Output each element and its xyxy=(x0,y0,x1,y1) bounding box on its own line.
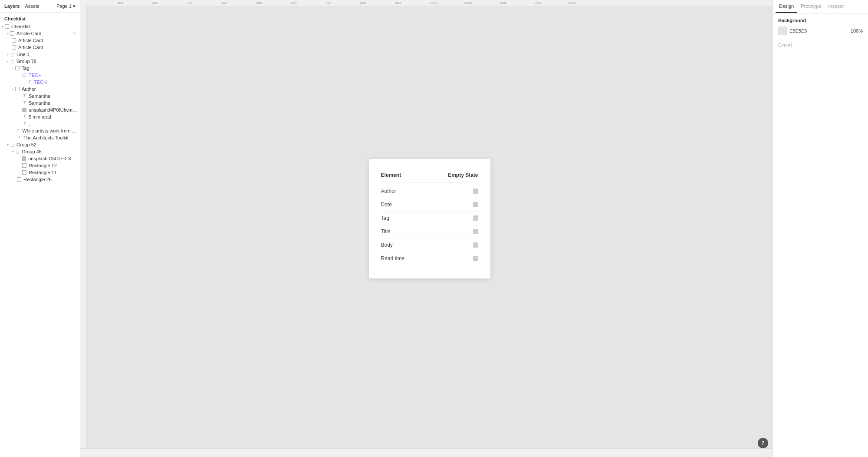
left-panel-header: Layers Assets Page 1 ▾ xyxy=(0,0,80,13)
layer-label: Rectangle 12 xyxy=(29,163,57,168)
checklist-row-date-row[interactable]: Date xyxy=(381,198,478,212)
export-title: Export xyxy=(778,42,792,47)
right-panel-body: Background E5E5E5 100% Export xyxy=(773,13,868,52)
ruler-tick-600: 600 xyxy=(291,1,296,5)
row-checkbox-author-row[interactable] xyxy=(473,189,478,194)
layer-label: unsplash:C5OLHLiKEWM xyxy=(28,156,78,161)
layer-item-while-artists[interactable]: T While artists work from real to the ab… xyxy=(0,127,80,134)
layer-item-samantha-1[interactable]: T Samantha xyxy=(0,93,80,99)
checklist-row-author-row[interactable]: Author xyxy=(381,185,478,198)
layer-item-dot[interactable]: T . xyxy=(0,120,80,127)
layer-label: Article Card xyxy=(18,38,43,43)
layer-label: Checklist xyxy=(11,24,31,29)
tab-group: Layers Assets xyxy=(4,3,39,10)
checklist-row-tag-row[interactable]: Tag xyxy=(381,212,478,225)
row-checkbox-date-row[interactable] xyxy=(473,202,478,207)
layer-label: The Architects Toolkit xyxy=(23,135,69,140)
layer-item-article-card-2[interactable]: Article Card xyxy=(0,37,80,44)
ruler-tick-400: 400 xyxy=(221,1,227,5)
layer-item-rect-11[interactable]: Rectangle 11 xyxy=(0,169,80,176)
row-label-tag-row: Tag xyxy=(381,215,389,221)
help-button[interactable]: ? xyxy=(758,438,768,448)
layer-label: 5 min read xyxy=(29,114,51,119)
right-panel: Design Prototype Inspect Background E5E5… xyxy=(773,0,868,457)
layer-label: Rectangle 11 xyxy=(29,170,57,175)
panel-title: Checklist xyxy=(0,13,80,23)
layer-label: Samantha xyxy=(29,93,50,99)
ruler-tick-1200: 1200 xyxy=(499,1,507,5)
right-panel-tabs: Design Prototype Inspect xyxy=(773,0,868,13)
row-label-author-row: Author xyxy=(381,188,396,194)
tab-layers[interactable]: Layers xyxy=(4,3,20,10)
checklist-rows: Author Date Tag Title Body Read time xyxy=(381,185,478,265)
ruler-tick-1300: 1300 xyxy=(534,1,542,5)
canvas-content[interactable]: Checklist Element Empty State Author Dat… xyxy=(86,6,773,457)
row-label-date-row: Date xyxy=(381,202,392,208)
layer-item-group-46[interactable]: ▾ ◻ Group 46 xyxy=(0,148,80,155)
ruler-tick-1400: 1400 xyxy=(569,1,576,5)
checklist-row-readtime-row[interactable]: Read time xyxy=(381,252,478,265)
ruler-tick-200: 200 xyxy=(152,1,158,5)
tab-inspect[interactable]: Inspect xyxy=(825,0,847,13)
layer-item-unsplash-mp[interactable]: unsplash:MP0IUfwm8A xyxy=(0,106,80,113)
layer-label: While artists work from real to the abst… xyxy=(22,128,78,133)
layer-label: . xyxy=(29,121,30,126)
ruler-tick-300: 300 xyxy=(187,1,192,5)
layer-label: TECH xyxy=(34,79,47,85)
layer-item-tag[interactable]: ▾ Tag xyxy=(0,65,80,72)
bg-color-swatch[interactable] xyxy=(778,26,787,35)
row-checkbox-tag-row[interactable] xyxy=(473,215,478,221)
layer-item-author[interactable]: ▾ Author xyxy=(0,86,80,93)
bg-opacity-value[interactable]: 100% xyxy=(851,28,863,33)
layer-item-unsplash-cs[interactable]: unsplash:C5OLHLiKEWM xyxy=(0,155,80,162)
export-section: Export xyxy=(778,42,863,47)
page-label: Page 1 xyxy=(56,3,72,9)
row-checkbox-body-row[interactable] xyxy=(473,242,478,248)
layer-label: Article Card xyxy=(18,45,43,50)
checklist-row-body-row[interactable]: Body xyxy=(381,238,478,252)
layer-item-group-78[interactable]: ▾ ◻ Group 78 xyxy=(0,58,80,65)
col-element-header: Element xyxy=(381,172,401,178)
bottom-bar xyxy=(80,448,773,457)
ruler-tick-700: 700 xyxy=(326,1,331,5)
layer-item-article-card-1[interactable]: ▾ Article Card 👁 xyxy=(0,30,80,37)
layer-item-group-52[interactable]: ▾ ◻ Group 52 xyxy=(0,141,80,148)
layer-label: TECH xyxy=(29,73,42,78)
checklist-table-header: Element Empty State xyxy=(381,172,478,183)
layer-list: ▾ Checklist ▾ Article Card 👁 Article Car… xyxy=(0,23,80,457)
ruler-tick-100: 100 xyxy=(117,1,123,5)
ruler-tick-1000: 1000 xyxy=(430,1,437,5)
layer-item-5min-read[interactable]: T 5 min read xyxy=(0,113,80,120)
layer-label: Article Card xyxy=(16,31,41,36)
layer-label: Group 52 xyxy=(16,142,36,147)
checklist-card: Element Empty State Author Date Tag Titl… xyxy=(369,159,490,278)
tab-assets[interactable]: Assets xyxy=(25,3,39,10)
row-label-body-row: Body xyxy=(381,242,393,248)
ruler-tick-900: 900 xyxy=(395,1,401,5)
tab-prototype[interactable]: Prototype xyxy=(797,0,825,13)
row-checkbox-readtime-row[interactable] xyxy=(473,256,478,261)
layer-item-line-1[interactable]: ▾ ◻ Line 1 xyxy=(0,51,80,58)
layer-item-architects-toolkit[interactable]: T The Architects Toolkit xyxy=(0,134,80,141)
ruler-tick-1100: 1100 xyxy=(464,1,472,5)
page-selector[interactable]: Page 1 ▾ xyxy=(56,3,76,9)
ruler-left xyxy=(80,0,86,457)
tab-design[interactable]: Design xyxy=(776,0,797,13)
page-dropdown-icon[interactable]: ▾ xyxy=(73,3,76,9)
layer-item-checklist-root[interactable]: ▾ Checklist xyxy=(0,23,80,30)
layer-item-tech-1[interactable]: ⬡ TECH xyxy=(0,72,80,79)
eye-icon[interactable]: 👁 xyxy=(72,31,78,36)
layer-item-rect-26[interactable]: Rectangle 26 xyxy=(0,176,80,183)
layer-label: unsplash:MP0IUfwm8A xyxy=(29,107,78,113)
ruler-tick-800: 800 xyxy=(360,1,366,5)
row-checkbox-title-row[interactable] xyxy=(473,229,478,234)
bg-hex-value[interactable]: E5E5E5 xyxy=(789,28,848,33)
layer-label: Samantha xyxy=(29,100,50,106)
layer-label: Group 46 xyxy=(22,149,42,154)
layer-item-article-card-3[interactable]: Article Card xyxy=(0,44,80,51)
layer-item-rect-12[interactable]: Rectangle 12 xyxy=(0,162,80,169)
checklist-row-title-row[interactable]: Title xyxy=(381,225,478,238)
layer-item-samantha-2[interactable]: T Samantha xyxy=(0,99,80,106)
background-section-title: Background xyxy=(778,18,863,23)
layer-item-tech-2[interactable]: T TECH xyxy=(0,79,80,86)
